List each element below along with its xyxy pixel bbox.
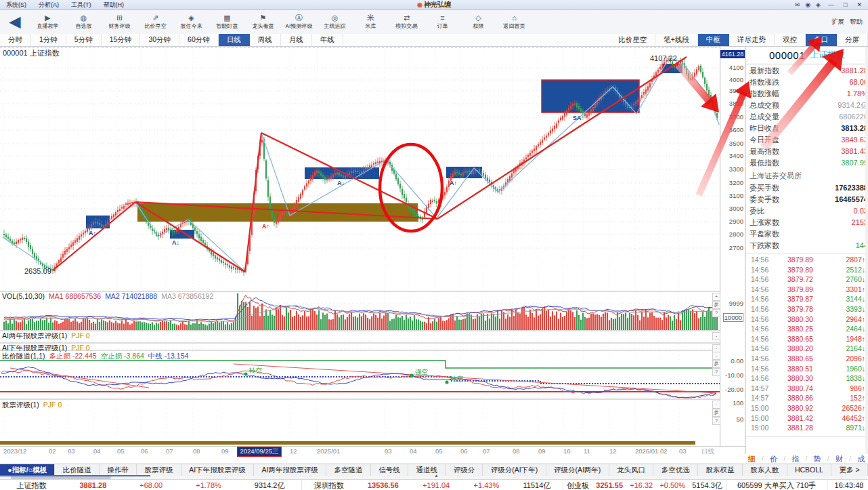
trading-app-window: { "window": { "title": "神光弘缠", "menu": [… xyxy=(0,0,868,490)
panel-button--[interactable]: - xyxy=(712,352,720,360)
indicator-tab-评级分(AI下年)[interactable]: 评级分(AI下年) xyxy=(483,464,546,476)
quote-row-label: 最低指数 xyxy=(750,157,779,169)
indicator-tab-HCBOLL[interactable]: HCBOLL xyxy=(787,464,832,476)
view-tab-双控[interactable]: 双控 xyxy=(775,34,806,46)
period-tab-分时[interactable]: 分时 xyxy=(0,34,31,46)
tool-比价星空[interactable]: ⇗比价星空 xyxy=(137,13,173,30)
indicator-tab-●指标/○模板[interactable]: ●指标/○模板 xyxy=(0,464,55,476)
tool-模拟交易[interactable]: ⇄模拟交易 xyxy=(389,13,425,30)
main-toolbar: ◀ ▶直播教学◍自选股⊞财务评级⇗比价星空◈股住今来▦智能盯盘⚑龙头看盘ⒶAI预… xyxy=(0,9,868,35)
tool-订单[interactable]: ≡订单 xyxy=(425,13,460,30)
period-tab-bar: 分时1分钟5分钟15分钟30分钟60分钟日线周线月线年线 比价星空笔+线段中枢详… xyxy=(0,34,868,47)
back-button[interactable]: ◀ xyxy=(0,12,30,32)
tool-label: 比价星空 xyxy=(138,22,172,30)
tool-股住今来[interactable]: ◈股住今来 xyxy=(173,13,209,30)
period-tab-1分钟[interactable]: 1分钟 xyxy=(31,34,66,46)
tool-AI预测评级[interactable]: ⒶAI预测评级 xyxy=(281,13,317,30)
tool-米库[interactable]: 米米库 xyxy=(353,13,389,30)
panel-button-?[interactable]: ? xyxy=(712,309,720,317)
view-tab-中枢[interactable]: 中枢 xyxy=(698,34,729,46)
panel-button-?[interactable]: ? xyxy=(712,368,720,376)
indicator-tab-股东人数[interactable]: 股东人数 xyxy=(743,464,787,476)
indicator-tab-股票评级[interactable]: 股票评级 xyxy=(137,464,181,476)
quote-tab-指[interactable]: 指 xyxy=(791,454,799,464)
tick-price: 3879.89 xyxy=(787,255,813,265)
indicator-tab-信号线[interactable]: 信号线 xyxy=(371,464,408,476)
period-tab-15分钟[interactable]: 15分钟 xyxy=(102,34,141,46)
period-tab-30分钟[interactable]: 30分钟 xyxy=(140,34,179,46)
tool-龙头看盘[interactable]: ⚑龙头看盘 xyxy=(245,13,281,30)
mail-icon[interactable]: ✉ xyxy=(795,1,800,8)
minimize-button[interactable]: — xyxy=(826,1,836,8)
period-tab-年线[interactable]: 年线 xyxy=(312,34,343,46)
view-tab-分屏[interactable]: 分屏 xyxy=(837,34,868,46)
view-tab-比价星空[interactable]: 比价星空 xyxy=(610,34,655,46)
panel-button--[interactable]: - xyxy=(712,332,720,340)
view-tab-盘口[interactable]: 盘口 xyxy=(806,34,837,46)
period-tab-日线[interactable]: 日线 xyxy=(219,34,250,46)
indicator-tab-多空隧道[interactable]: 多空隧道 xyxy=(326,464,371,476)
tick-row: 14:563880.252464↓ xyxy=(745,324,868,334)
quote-row-value: 3849.63 xyxy=(841,134,868,146)
indicator-tab-比价隧道[interactable]: 比价隧道 xyxy=(55,464,100,476)
theme-icon[interactable]: ◈ xyxy=(816,1,821,8)
period-tab-5分钟[interactable]: 5分钟 xyxy=(66,34,102,46)
indicator-tab-龙头风口[interactable]: 龙头风口 xyxy=(609,464,654,476)
view-tab-详尽走势[interactable]: 详尽走势 xyxy=(729,34,775,46)
status-item: 创业板 xyxy=(565,481,590,490)
tool-财务评级[interactable]: ⊞财务评级 xyxy=(102,13,137,30)
menu-item-1[interactable]: 分析(A) xyxy=(32,1,65,8)
panel-button-参[interactable]: 参 xyxy=(712,301,720,309)
menu-item-3[interactable]: 帮助(H) xyxy=(97,1,131,8)
period-tab-周线[interactable]: 周线 xyxy=(250,34,281,46)
panel-button-参[interactable]: 参 xyxy=(712,360,720,368)
indicator-tab-评级分[interactable]: 评级分 xyxy=(446,464,483,476)
y-subtick: 10000 xyxy=(723,313,743,322)
quote-row-value: 6806220 xyxy=(839,111,868,123)
tool-权限[interactable]: ◇权限 xyxy=(460,13,496,30)
period-tab-月线[interactable]: 月线 xyxy=(281,34,312,46)
quote-tab-势[interactable]: 势 xyxy=(814,454,821,464)
menu-item-0[interactable]: 系统(S) xyxy=(0,1,32,8)
quote-tab-价[interactable]: 价 xyxy=(770,454,777,464)
close-button[interactable]: ✕ xyxy=(854,1,864,8)
menu-item-2[interactable]: 工具(T) xyxy=(65,1,97,8)
status-item: +1.43% xyxy=(473,481,501,489)
panel-button-参[interactable]: 参 xyxy=(712,409,720,417)
scroll-up-arrow-icon[interactable]: ▲ xyxy=(434,473,439,478)
period-tab-60分钟[interactable]: 60分钟 xyxy=(179,34,219,46)
quote-scrollbar[interactable] xyxy=(865,46,868,455)
quote-tab-成[interactable]: 成 xyxy=(857,454,865,464)
tick-time: 14:56 xyxy=(751,324,768,334)
indicator-tab-操作带[interactable]: 操作带 xyxy=(100,464,137,476)
panel-button-?[interactable]: ? xyxy=(712,417,720,425)
tool-自选股[interactable]: ◍自选股 xyxy=(66,13,102,30)
indicator-tab-AI两年报股票评级[interactable]: AI两年报股票评级 xyxy=(254,464,326,476)
toolbar-link-帮助[interactable]: 帮助 xyxy=(850,18,863,26)
panel-button-+[interactable]: + xyxy=(712,293,720,301)
indicator-tab-多空优选[interactable]: 多空优选 xyxy=(653,464,698,476)
view-tab-笔+线段[interactable]: 笔+线段 xyxy=(655,34,698,46)
quote-tab-细[interactable]: 细 xyxy=(748,454,756,464)
tool-智能盯盘[interactable]: ▦智能盯盘 xyxy=(209,13,245,30)
indicator-tab-评级分(AI两年)[interactable]: 评级分(AI两年) xyxy=(546,464,609,476)
quote-row-label: 最新指数 xyxy=(750,65,779,77)
quote-tab-财[interactable]: 财 xyxy=(836,454,843,464)
indicator-tab-股东权益[interactable]: 股东权益 xyxy=(698,464,743,476)
tool-主线追踪[interactable]: ◎主线追踪 xyxy=(317,13,353,30)
quote-row-label: 下跌家数 xyxy=(750,240,779,251)
candlestick-chart[interactable]: A↑A↓A↓A↑SA↑A↑2635.094107.22转空强空转空 xyxy=(0,46,720,446)
main-chart-canvas[interactable]: A↑A↓A↓A↑SA↑A↑2635.094107.22转空强空转空 000001… xyxy=(0,46,720,446)
toolbar-link-扩展[interactable]: 扩展 xyxy=(831,18,844,26)
indicator-tab-AI下年报股票评级[interactable]: AI下年报股票评级 xyxy=(181,464,254,476)
panel-button--[interactable]: - xyxy=(712,401,720,409)
x-label: 04 xyxy=(93,447,101,455)
tick-time: 14:56 xyxy=(751,274,768,285)
user-icon[interactable]: ◉ xyxy=(805,1,810,8)
tool-直播教学[interactable]: ▶直播教学 xyxy=(30,13,66,30)
tool-返回首页[interactable]: ⌂返回首页 xyxy=(496,13,532,30)
maximize-button[interactable]: □ xyxy=(842,1,849,8)
quote-row: 最低指数3807.99 xyxy=(745,157,868,169)
indicator-tab-通道线[interactable]: 通道线 xyxy=(408,464,446,476)
indicator-tab-更多 >[interactable]: 更多 > xyxy=(831,464,868,476)
